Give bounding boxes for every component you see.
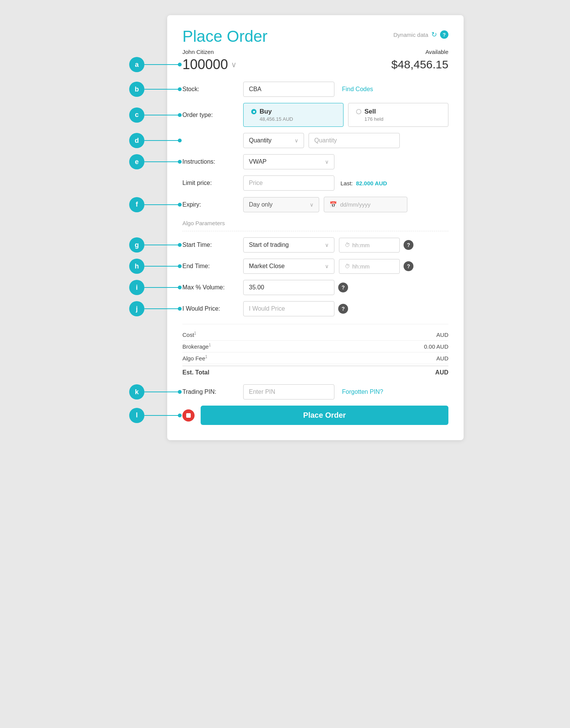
start-time-help[interactable]: ? xyxy=(404,240,413,250)
annotation-a: a xyxy=(129,57,144,72)
end-time-help[interactable]: ? xyxy=(404,261,413,271)
order-type-row: c Order type: Buy 48,456.15 AUD Sell xyxy=(182,103,448,127)
forgotten-pin-link[interactable]: Forgotten PIN? xyxy=(342,388,383,395)
would-price-label: I Would Price: xyxy=(182,305,243,312)
trading-pin-row: k Trading PIN: Forgotten PIN? xyxy=(182,384,448,400)
account-number[interactable]: 100000 ∨ xyxy=(182,57,237,73)
annotation-dot-h xyxy=(178,264,182,268)
sell-option[interactable]: Sell 176 held xyxy=(348,103,448,127)
annotation-dot-a xyxy=(178,63,182,66)
annotation-line-c xyxy=(144,115,179,115)
end-time-input[interactable]: ⏱ hh:mm xyxy=(339,259,400,274)
expiry-chevron-icon: ∨ xyxy=(310,202,314,208)
annotation-line-k xyxy=(144,392,179,392)
end-clock-icon: ⏱ xyxy=(345,263,350,269)
start-time-input[interactable]: ⏱ hh:mm xyxy=(339,238,400,253)
sell-label: Sell xyxy=(364,108,376,115)
refresh-icon[interactable]: ↻ xyxy=(431,30,437,39)
instructions-row: e Instructions: VWAP ∨ xyxy=(182,154,448,169)
price-input[interactable] xyxy=(243,175,334,191)
quantity-input[interactable] xyxy=(309,133,400,148)
expiry-label: Expiry: xyxy=(182,201,243,208)
annotation-dot-g xyxy=(178,243,182,247)
would-price-input[interactable] xyxy=(243,301,334,316)
annotation-b: b xyxy=(129,82,144,97)
quantity-chevron-icon: ∨ xyxy=(294,137,298,144)
annotation-f: f xyxy=(129,197,144,212)
annotation-line-f xyxy=(144,204,179,205)
help-icon[interactable]: ? xyxy=(440,30,448,39)
buy-label: Buy xyxy=(260,108,272,115)
annotation-g: g xyxy=(129,237,144,253)
buy-sub: 48,456.15 AUD xyxy=(251,116,336,122)
sell-radio xyxy=(356,109,361,114)
start-time-value: Start of trading xyxy=(249,242,289,248)
account-row: John Citizen Available xyxy=(182,49,448,55)
start-time-row: g Start Time: Start of trading ∨ ⏱ hh:mm… xyxy=(182,237,448,253)
account-dropdown-icon[interactable]: ∨ xyxy=(231,60,237,69)
stock-row: b Stock: Find Codes xyxy=(182,82,448,97)
place-order-button[interactable]: Place Order xyxy=(201,406,448,425)
annotation-line-b xyxy=(144,89,179,90)
annotation-dot-e xyxy=(178,160,182,164)
end-time-placeholder: hh:mm xyxy=(352,263,370,270)
expiry-dropdown[interactable]: Day only ∨ xyxy=(243,197,319,212)
would-price-help[interactable]: ? xyxy=(338,304,348,314)
buy-option[interactable]: Buy 48,456.15 AUD xyxy=(243,103,344,127)
available-amount: $48,456.15 xyxy=(391,58,448,71)
order-type-container: Buy 48,456.15 AUD Sell 176 held xyxy=(243,103,448,127)
annotation-line-h xyxy=(144,266,179,267)
cost-value: AUD xyxy=(436,332,448,338)
max-volume-row: i Max % Volume: ? xyxy=(182,280,448,295)
algo-fee-value: AUD xyxy=(436,355,448,362)
algo-section-title: Algo Parameters xyxy=(182,220,448,231)
start-time-dropdown[interactable]: Start of trading ∨ xyxy=(243,237,334,253)
annotation-dot-k xyxy=(178,390,182,394)
date-input[interactable]: 📅 dd/mm/yyyy xyxy=(324,197,407,212)
end-time-dropdown[interactable]: Market Close ∨ xyxy=(243,259,334,274)
est-total-value: AUD xyxy=(435,369,448,376)
annotation-k: k xyxy=(129,384,144,400)
max-volume-help[interactable]: ? xyxy=(338,283,348,292)
last-price-label: Last: 82.000 AUD xyxy=(340,180,387,186)
pin-input[interactable] xyxy=(243,384,334,400)
annotation-dot-f xyxy=(178,203,182,207)
end-time-row: h End Time: Market Close ∨ ⏱ hh:mm ? xyxy=(182,259,448,274)
trading-pin-label: Trading PIN: xyxy=(182,388,243,395)
instructions-dropdown[interactable]: VWAP ∨ xyxy=(243,154,334,169)
instructions-value: VWAP xyxy=(249,158,267,165)
algo-fee-row: Algo Fee1 AUD xyxy=(182,352,448,364)
algo-fee-label: Algo Fee1 xyxy=(182,355,207,362)
instructions-label: Instructions: xyxy=(182,158,243,165)
annotation-i: i xyxy=(129,280,144,295)
page-title: Place Order xyxy=(182,27,268,46)
quantity-row: d Quantity ∨ xyxy=(182,133,448,148)
find-codes-link[interactable]: Find Codes xyxy=(342,86,373,93)
buy-radio xyxy=(251,109,256,114)
cost-row: Cost1 AUD xyxy=(182,329,448,341)
brokerage-row: Brokerage1 0.00 AUD xyxy=(182,341,448,352)
stop-icon[interactable] xyxy=(182,409,195,422)
cost-section: Cost1 AUD Brokerage1 0.00 AUD Algo Fee1 … xyxy=(182,324,448,378)
limit-price-row: Limit price: Last: 82.000 AUD xyxy=(182,175,448,191)
annotation-dot-i xyxy=(178,286,182,289)
quantity-dropdown[interactable]: Quantity ∨ xyxy=(243,133,304,148)
annotation-dot-l xyxy=(178,414,182,417)
last-price-value: 82.000 AUD xyxy=(356,180,387,186)
instructions-chevron-icon: ∨ xyxy=(325,159,329,165)
annotation-j: j xyxy=(129,301,144,316)
end-time-chevron-icon: ∨ xyxy=(325,263,329,269)
stock-input[interactable] xyxy=(243,82,334,97)
max-volume-input[interactable] xyxy=(243,280,334,295)
stock-label: Stock: xyxy=(182,86,243,93)
expiry-value: Day only xyxy=(249,201,272,208)
order-type-label: Order type: xyxy=(182,112,243,118)
annotation-line-e xyxy=(144,161,179,162)
annotation-c: c xyxy=(129,107,144,123)
annotation-dot-d xyxy=(178,139,182,142)
account-name: John Citizen xyxy=(182,49,214,55)
start-time-chevron-icon: ∨ xyxy=(325,242,329,248)
annotation-line-i xyxy=(144,287,179,288)
max-volume-label: Max % Volume: xyxy=(182,284,243,291)
dynamic-data-label: Dynamic data xyxy=(393,32,428,38)
